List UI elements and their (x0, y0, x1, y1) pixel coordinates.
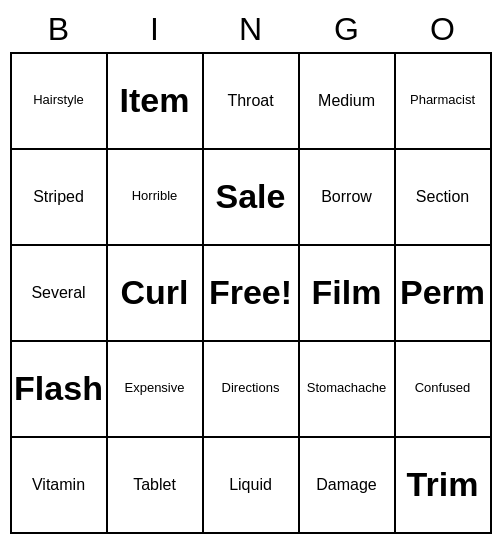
cell-text-r0-c2: Throat (227, 92, 273, 110)
cell-r3-c0: Flash (12, 342, 108, 438)
cell-r1-c0: Striped (12, 150, 108, 246)
cell-text-r4-c3: Damage (316, 476, 376, 494)
cell-r1-c3: Borrow (300, 150, 396, 246)
cell-text-r0-c0: Hairstyle (33, 93, 84, 107)
cell-text-r0-c3: Medium (318, 92, 375, 110)
cell-r3-c4: Confused (396, 342, 492, 438)
cell-r0-c1: Item (108, 54, 204, 150)
cell-r1-c4: Section (396, 150, 492, 246)
bingo-card: BINGO HairstyleItemThroatMediumPharmacis… (11, 11, 491, 534)
cell-text-r3-c0: Flash (14, 370, 103, 407)
cell-r2-c1: Curl (108, 246, 204, 342)
cell-r4-c4: Trim (396, 438, 492, 534)
bingo-grid: HairstyleItemThroatMediumPharmacistStrip… (10, 52, 492, 534)
cell-text-r2-c0: Several (31, 284, 85, 302)
cell-text-r2-c2: Free! (209, 274, 292, 311)
cell-text-r3-c4: Confused (415, 381, 471, 395)
cell-text-r4-c1: Tablet (133, 476, 176, 494)
header-letter-I: I (107, 11, 203, 48)
cell-text-r3-c3: Stomachache (307, 381, 387, 395)
header-letter-G: G (299, 11, 395, 48)
cell-text-r4-c4: Trim (407, 466, 479, 503)
cell-text-r4-c2: Liquid (229, 476, 272, 494)
cell-text-r1-c1: Horrible (132, 189, 178, 203)
cell-text-r1-c0: Striped (33, 188, 84, 206)
cell-r4-c1: Tablet (108, 438, 204, 534)
cell-r4-c3: Damage (300, 438, 396, 534)
cell-r0-c3: Medium (300, 54, 396, 150)
cell-text-r1-c3: Borrow (321, 188, 372, 206)
cell-r2-c4: Perm (396, 246, 492, 342)
cell-r4-c0: Vitamin (12, 438, 108, 534)
cell-r4-c2: Liquid (204, 438, 300, 534)
cell-r0-c4: Pharmacist (396, 54, 492, 150)
cell-r3-c2: Directions (204, 342, 300, 438)
cell-text-r1-c4: Section (416, 188, 469, 206)
cell-r3-c1: Expensive (108, 342, 204, 438)
header-letter-O: O (395, 11, 491, 48)
bingo-header: BINGO (11, 11, 491, 48)
cell-r3-c3: Stomachache (300, 342, 396, 438)
cell-text-r0-c1: Item (120, 82, 190, 119)
cell-r1-c1: Horrible (108, 150, 204, 246)
cell-r0-c0: Hairstyle (12, 54, 108, 150)
cell-text-r2-c4: Perm (400, 274, 485, 311)
cell-r0-c2: Throat (204, 54, 300, 150)
cell-text-r1-c2: Sale (216, 178, 286, 215)
cell-r2-c2: Free! (204, 246, 300, 342)
cell-r2-c0: Several (12, 246, 108, 342)
cell-text-r2-c3: Film (312, 274, 382, 311)
header-letter-B: B (11, 11, 107, 48)
cell-text-r0-c4: Pharmacist (410, 93, 475, 107)
cell-r1-c2: Sale (204, 150, 300, 246)
cell-r2-c3: Film (300, 246, 396, 342)
header-letter-N: N (203, 11, 299, 48)
cell-text-r3-c1: Expensive (125, 381, 185, 395)
cell-text-r3-c2: Directions (222, 381, 280, 395)
cell-text-r2-c1: Curl (121, 274, 189, 311)
cell-text-r4-c0: Vitamin (32, 476, 85, 494)
